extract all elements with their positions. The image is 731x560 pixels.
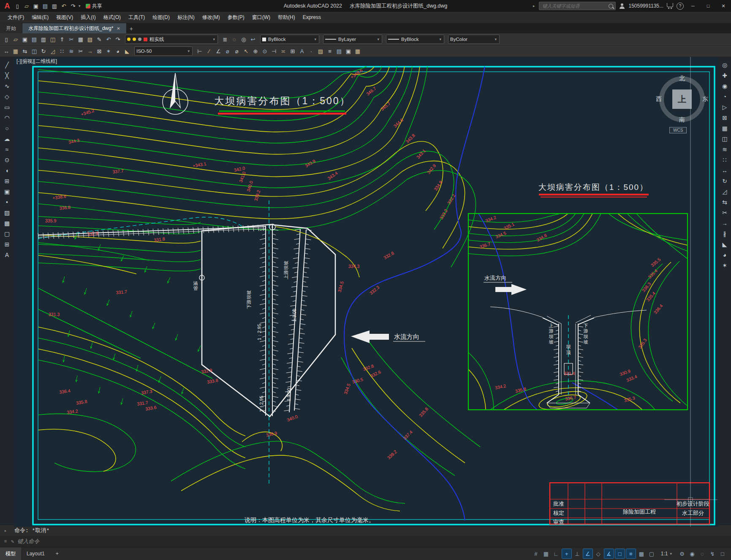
tolerance-icon[interactable]: ⊕ <box>251 47 260 55</box>
rectangle-icon[interactable]: ▭ <box>2 102 12 112</box>
properties-icon[interactable]: ≡ <box>326 47 334 55</box>
user-id[interactable]: 15059991135... <box>628 3 663 9</box>
match-properties-icon[interactable]: ✎ <box>95 35 103 43</box>
redo-icon[interactable]: ↷ <box>114 35 122 43</box>
circle-icon[interactable]: ○ <box>2 123 12 133</box>
trim-icon[interactable]: ✂ <box>720 207 730 218</box>
menu-item[interactable]: 修改(M) <box>199 12 223 23</box>
array-icon[interactable]: ∷ <box>58 47 66 55</box>
dim-aligned-icon[interactable]: ∕ <box>205 47 213 55</box>
command-history-icon[interactable]: ▸ <box>0 528 11 533</box>
dim-style-icon[interactable]: ≍ <box>279 47 288 55</box>
group-icon[interactable]: ▦ <box>353 47 362 55</box>
dynamic-input-icon[interactable]: + <box>562 549 572 559</box>
viewport-controls-label[interactable]: [-][俯视][二维线框] <box>16 58 57 65</box>
menu-item[interactable]: 编辑(E) <box>28 12 52 23</box>
explode-icon[interactable]: ✶ <box>104 47 113 55</box>
viewcube-west-label[interactable]: 西 <box>656 95 662 103</box>
undo-icon[interactable]: ↶ <box>104 35 113 43</box>
viewcube-top-face[interactable]: 上 <box>672 89 692 109</box>
redo-icon[interactable]: ↷ <box>69 2 77 10</box>
external-reference-icon[interactable]: ▤ <box>335 47 343 55</box>
hatch-icon[interactable]: ▨ <box>2 207 12 218</box>
erase-icon[interactable]: ⊠ <box>95 47 103 55</box>
isometric-drafting-icon[interactable]: ◇ <box>594 549 603 558</box>
hatch-edit-icon[interactable]: ▨ <box>316 47 325 55</box>
view-cube[interactable]: 北 南 西 东 上 <box>659 76 705 122</box>
drawing-viewport[interactable]: [-][俯视][二维线框] <box>14 57 718 527</box>
save-as-icon[interactable]: ▤ <box>41 2 49 10</box>
search-input[interactable] <box>541 3 606 9</box>
navigation-wheel-icon[interactable]: ◎ <box>720 60 730 70</box>
save-as-icon[interactable]: ▤ <box>30 35 38 43</box>
rotate-icon[interactable]: ↻ <box>39 47 48 55</box>
annotation-scale-button[interactable]: 1:1▾ <box>658 551 676 557</box>
spline-icon[interactable]: ≈ <box>2 144 12 154</box>
close-button[interactable]: ✕ <box>717 0 729 12</box>
plot-icon[interactable]: ▥ <box>50 2 59 10</box>
revision-cloud-icon[interactable]: ☁ <box>2 133 12 144</box>
extend-icon[interactable]: → <box>86 47 94 55</box>
layer-combo[interactable]: 粗实线 ▾ <box>125 35 218 44</box>
move-icon[interactable]: ↔ <box>720 165 730 176</box>
block-editor-icon[interactable]: ▣ <box>344 47 353 55</box>
customize-icon[interactable]: ≡ <box>0 539 11 544</box>
viewcube-south-label[interactable]: 南 <box>679 116 685 124</box>
open-file-icon[interactable]: ▱ <box>11 35 20 43</box>
help-icon[interactable]: ? <box>677 3 684 10</box>
zoom-icon[interactable]: ◉ <box>720 81 730 91</box>
table-icon[interactable]: ⊞ <box>288 47 297 55</box>
lineweight-combo[interactable]: ByBlock▾ <box>386 35 444 44</box>
maximize-button[interactable]: □ <box>702 0 714 12</box>
infer-constraints-icon[interactable]: ∟ <box>552 549 561 558</box>
region-icon[interactable]: ▢ <box>2 228 12 239</box>
layer-previous-icon[interactable]: ↩ <box>249 35 257 43</box>
graphics-performance-icon[interactable]: ↯ <box>708 549 717 558</box>
qat-dropdown-icon[interactable]: ▾ <box>79 4 81 8</box>
snap-icon[interactable]: ▦ <box>541 549 551 558</box>
ellipse-arc-icon[interactable]: ◖ <box>2 165 12 176</box>
point-icon[interactable]: • <box>2 197 12 207</box>
new-tab-button[interactable]: + <box>127 24 136 33</box>
object-snap-tracking-icon[interactable]: ∡ <box>604 549 614 559</box>
object-snap-icon[interactable]: □ <box>615 549 625 559</box>
scale-icon[interactable]: ◿ <box>720 186 730 197</box>
chamfer-icon[interactable]: ◣ <box>123 47 131 55</box>
tab-active-document[interactable]: 水库除险加固工程初步设计图纸_dwg* ✕ <box>22 23 127 33</box>
menu-item[interactable]: 窗口(W) <box>249 12 274 23</box>
array-icon[interactable]: ∷ <box>720 154 730 165</box>
polygon-icon[interactable]: ◇ <box>2 91 12 102</box>
scale-icon[interactable]: ◿ <box>49 47 57 55</box>
save-icon[interactable]: ▣ <box>21 35 29 43</box>
dim-linear-icon[interactable]: ⊢ <box>196 47 204 55</box>
polyline-icon[interactable]: ∿ <box>2 81 12 91</box>
ortho-icon[interactable]: ⊥ <box>573 549 582 558</box>
layer-off-icon[interactable]: ◌ <box>230 35 239 43</box>
viewcube-north-label[interactable]: 北 <box>679 75 685 82</box>
menu-item[interactable]: 插入(I) <box>77 12 99 23</box>
lineweight-icon[interactable]: ≡ <box>626 549 636 559</box>
plot-preview-icon[interactable]: ◫ <box>49 35 57 43</box>
grid-icon[interactable]: # <box>531 549 541 558</box>
dim-angular-icon[interactable]: ∠ <box>214 47 223 55</box>
undo-icon[interactable]: ↶ <box>60 2 68 10</box>
new-file-icon[interactable]: ▯ <box>13 2 22 10</box>
layer-isolate-icon[interactable]: ◎ <box>239 35 248 43</box>
move-icon[interactable]: ↔ <box>2 47 11 55</box>
cut-icon[interactable]: ✂ <box>67 35 76 43</box>
transparency-icon[interactable]: ▩ <box>637 549 646 558</box>
menu-item[interactable]: 绘图(D) <box>149 12 173 23</box>
open-file-icon[interactable]: ▱ <box>22 2 31 10</box>
orbit-icon[interactable]: ◔ <box>720 91 730 102</box>
insert-block-icon[interactable]: ⊞ <box>2 176 12 186</box>
offset-icon[interactable]: ≋ <box>67 47 76 55</box>
chamfer-icon[interactable]: ◣ <box>720 239 730 249</box>
plotstyle-combo[interactable]: ByColor▾ <box>448 35 500 44</box>
trim-icon[interactable]: ✂ <box>76 47 85 55</box>
clean-screen-icon[interactable]: □ <box>718 549 727 558</box>
help-search-box[interactable] <box>539 2 616 10</box>
search-expand-icon[interactable]: ▸ <box>533 4 535 8</box>
menu-item[interactable]: 格式(O) <box>100 12 124 23</box>
line-icon[interactable]: ╱ <box>2 60 12 70</box>
text-style-combo[interactable]: ISO-50▾ <box>134 46 193 56</box>
